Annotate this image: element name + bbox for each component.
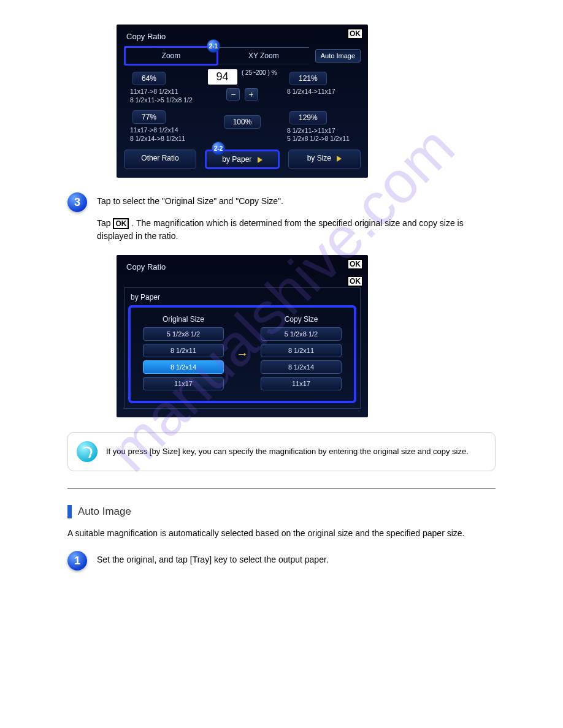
step-1-row: 1 Set the original, and tap [Tray] key t… — [67, 551, 496, 571]
section-title: Auto Image — [78, 506, 131, 518]
ratio-64-desc1: 11x17->8 1/2x11 — [130, 88, 200, 96]
marker-2-2: 2-2 — [212, 142, 225, 155]
copy-ratio-screen: Copy Ratio OK Zoom 2-1 XY Zoom Auto Imag… — [117, 25, 368, 178]
section-desc: A suitable magnification is automaticall… — [67, 527, 496, 540]
ok-inline-icon: OK — [113, 218, 129, 229]
arrow-right-icon — [337, 156, 342, 162]
copy-size-0[interactable]: 5 1/2x8 1/2 — [261, 327, 342, 341]
ratio-64[interactable]: 64% — [132, 72, 166, 85]
ratio-value-input[interactable]: 94 — [208, 69, 237, 85]
tab-xy-zoom[interactable]: XY Zoom — [218, 47, 309, 64]
tabs-row: Zoom 2-1 XY Zoom Auto Image — [124, 46, 361, 66]
orig-size-2[interactable]: 8 1/2x14 — [143, 360, 224, 374]
note-text: If you press [by Size] key, you can spec… — [106, 446, 469, 458]
tab-zoom[interactable]: Zoom 2-1 — [124, 46, 218, 66]
orig-size-0[interactable]: 5 1/2x8 1/2 — [143, 327, 224, 341]
screen-title: Copy Ratio — [124, 29, 361, 46]
step-3-text: Tap to select the "Original Size" and "C… — [97, 192, 283, 208]
plus-button[interactable]: + — [245, 88, 258, 100]
copy-size-1[interactable]: 8 1/2x11 — [261, 344, 342, 357]
note-box: If you press [by Size] key, you can spec… — [67, 432, 496, 471]
section-bar-icon — [67, 505, 72, 518]
size-columns: Original Size 5 1/2x8 1/2 8 1/2x11 8 1/2… — [128, 305, 356, 403]
ratio-121-desc: 8 1/2x14->11x17 — [287, 88, 357, 96]
ratio-129-desc1: 8 1/2x11->11x17 — [287, 127, 357, 135]
step-1-text: Set the original, and tap [Tray] key to … — [97, 551, 329, 566]
ratio-129-desc2: 5 1/2x8 1/2->8 1/2x11 — [287, 135, 357, 143]
step-3-sub: Tap OK . The magnification which is dete… — [67, 217, 496, 243]
ratio-129[interactable]: 129% — [289, 111, 327, 124]
ratio-100[interactable]: 100% — [224, 115, 261, 129]
step-3-sub-prefix: Tap — [97, 218, 113, 228]
arrow-right-icon — [258, 157, 262, 163]
ok-button[interactable]: OK — [347, 259, 363, 270]
ratio-77[interactable]: 77% — [132, 110, 166, 124]
ratio-77-desc2: 8 1/2x14->8 1/2x11 — [130, 135, 200, 143]
copy-size-head: Copy Size — [257, 315, 345, 324]
by-paper-label: by Paper — [222, 155, 251, 164]
enlarge-column: 121% 8 1/2x14->11x17 129% 8 1/2x11->11x1… — [285, 69, 357, 143]
copy-size-3[interactable]: 11x17 — [261, 377, 342, 390]
by-size-button[interactable]: by Size — [288, 150, 361, 169]
ok-button[interactable]: OK — [347, 28, 363, 39]
section-heading: Auto Image — [67, 505, 496, 518]
ratio-77-desc1: 11x17->8 1/2x14 — [130, 126, 200, 135]
ratio-range-label: ( 25~200 ) % — [242, 69, 277, 76]
by-paper-button[interactable]: 2-2 by Paper — [205, 150, 280, 169]
ratio-121[interactable]: 121% — [289, 72, 327, 85]
screen-title: Copy Ratio — [124, 260, 361, 276]
orig-size-3[interactable]: 11x17 — [143, 377, 224, 390]
by-paper-subpanel: by Paper OK Original Size 5 1/2x8 1/2 8 … — [124, 287, 361, 409]
original-size-head: Original Size — [139, 315, 228, 324]
step-3-row: 3 Tap to select the "Original Size" and … — [67, 192, 496, 212]
arrow-right-icon: → — [236, 347, 248, 361]
note-icon — [77, 441, 98, 462]
tab-zoom-label: Zoom — [162, 51, 181, 60]
copy-size-2[interactable]: 8 1/2x14 — [261, 360, 342, 374]
step-1-bullet: 1 — [67, 551, 87, 571]
reduce-column: 64% 11x17->8 1/2x11 8 1/2x11->5 1/2x8 1/… — [128, 69, 200, 143]
ok-button-inner[interactable]: OK — [347, 276, 363, 287]
original-size-col: Original Size 5 1/2x8 1/2 8 1/2x11 8 1/2… — [139, 315, 228, 393]
ratio-64-desc2: 8 1/2x11->5 1/2x8 1/2 — [130, 96, 200, 105]
minus-button[interactable]: − — [226, 88, 240, 100]
subpanel-label: by Paper — [128, 293, 356, 305]
other-ratio-button[interactable]: Other Ratio — [124, 150, 196, 169]
copy-size-col: Copy Size 5 1/2x8 1/2 8 1/2x11 8 1/2x14 … — [257, 315, 345, 393]
separator — [67, 488, 496, 489]
auto-image-button[interactable]: Auto Image — [315, 49, 361, 63]
center-column: 94 ( 25~200 ) % − + 100% — [206, 69, 278, 143]
bottom-row: Other Ratio 2-2 by Paper by Size — [124, 150, 361, 169]
step-3-bullet: 3 — [67, 192, 87, 212]
orig-size-1[interactable]: 8 1/2x11 — [143, 344, 224, 357]
ratio-grid: 64% 11x17->8 1/2x11 8 1/2x11->5 1/2x8 1/… — [124, 69, 361, 143]
step-3-sub-suffix: . The magnification which is determined … — [97, 218, 464, 241]
by-size-label: by Size — [307, 154, 331, 162]
by-paper-screen: Copy Ratio OK by Paper OK Original Size … — [117, 255, 368, 417]
